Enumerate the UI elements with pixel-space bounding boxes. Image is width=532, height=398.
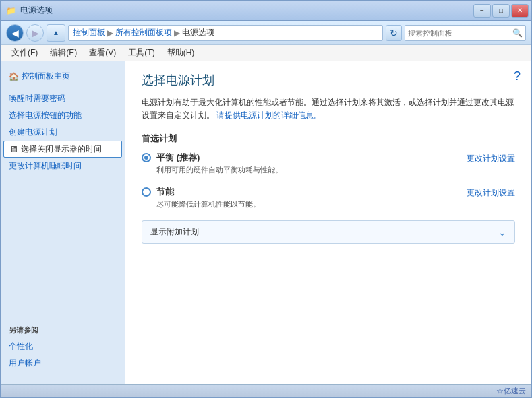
menu-edit[interactable]: 编辑(E)	[45, 46, 82, 60]
plan-name-0: 平衡 (推荐)	[156, 152, 467, 164]
sidebar-item-powerbutton-label: 选择电源按钮的功能	[9, 110, 82, 121]
plan-radio-1[interactable]	[142, 187, 151, 197]
sidebar-item-display-label: 选择关闭显示器的时间	[21, 143, 102, 155]
plan-desc-1: 尽可能降低计算机性能以节能。	[156, 199, 467, 209]
menu-file[interactable]: 文件(F)	[6, 46, 43, 60]
sidebar-divider	[9, 317, 117, 317]
up-button[interactable]: ▲	[47, 24, 65, 42]
sidebar-main-section: 🏠 控制面板主页 唤醒时需要密码 选择电源按钮的功能 创建电源计划 🖥 选择关闭…	[1, 68, 125, 174]
plan-radio-0[interactable]	[142, 153, 151, 162]
content-description: 电源计划有助于最大化计算机的性能或者节能。通过选择计划来将其激活，或选择计划并通…	[142, 96, 515, 122]
main-window: 📁 电源选项 − □ ✕ ◀ ▶ ▲ 控制面板 ▶ 所有控制面板项 ▶ 电源选项…	[0, 0, 532, 398]
sidebar-item-createplan-label: 创建电源计划	[9, 127, 57, 138]
content-title: 选择电源计划	[142, 72, 515, 88]
search-icon[interactable]: 🔍	[512, 28, 523, 38]
additional-plans-label: 显示附加计划	[150, 226, 199, 238]
window-title: 电源选项	[20, 5, 53, 16]
sidebar-item-createplan[interactable]: 创建电源计划	[1, 124, 125, 141]
plan-name-1: 节能	[156, 186, 467, 198]
bottom-bar: ☆亿速云	[1, 384, 531, 397]
breadcrumb: 控制面板 ▶ 所有控制面板项 ▶ 电源选项	[68, 25, 383, 41]
plan-section-title: 首选计划	[142, 133, 515, 145]
breadcrumb-item-2: 电源选项	[182, 27, 214, 38]
minimize-button[interactable]: −	[473, 4, 491, 18]
additional-plans-toggle[interactable]: 显示附加计划 ⌄	[142, 220, 515, 244]
sidebar-item-sleep[interactable]: 更改计算机睡眠时间	[1, 158, 125, 174]
breadcrumb-item-1[interactable]: 所有控制面板项	[115, 27, 172, 38]
plan-item-1: 节能 尽可能降低计算机性能以节能。 更改计划设置	[142, 186, 515, 209]
radio-dot-0	[144, 156, 148, 160]
refresh-button[interactable]: ↻	[386, 25, 402, 41]
main-area: 🏠 控制面板主页 唤醒时需要密码 选择电源按钮的功能 创建电源计划 🖥 选择关闭…	[1, 61, 531, 384]
address-bar: ◀ ▶ ▲ 控制面板 ▶ 所有控制面板项 ▶ 电源选项 ↻ 🔍	[1, 21, 531, 45]
search-input[interactable]	[408, 29, 512, 37]
title-bar-left: 📁 电源选项	[6, 5, 53, 16]
sidebar-item-home[interactable]: 🏠 控制面板主页	[1, 68, 125, 85]
sidebar-item-personalize-label: 个性化	[9, 341, 33, 352]
sidebar-item-display[interactable]: 🖥 选择关闭显示器的时间	[3, 141, 122, 158]
sidebar: 🏠 控制面板主页 唤醒时需要密码 选择电源按钮的功能 创建电源计划 🖥 选择关闭…	[1, 61, 125, 384]
sidebar-item-useraccount-label: 用户帐户	[9, 358, 41, 369]
watermark-text: ☆亿速云	[496, 386, 526, 396]
menu-tools[interactable]: 工具(T)	[123, 46, 160, 60]
menu-help[interactable]: 帮助(H)	[162, 46, 200, 60]
search-bar: 🔍	[405, 25, 526, 41]
sidebar-item-wakeup[interactable]: 唤醒时需要密码	[1, 90, 125, 107]
sidebar-item-powerbutton[interactable]: 选择电源按钮的功能	[1, 107, 125, 124]
plan-item-0: 平衡 (推荐) 利用可用的硬件自动平衡功耗与性能。 更改计划设置	[142, 152, 515, 175]
sidebar-item-home-label: 控制面板主页	[22, 71, 70, 82]
plan-change-0[interactable]: 更改计划设置	[467, 152, 515, 164]
title-bar: 📁 电源选项 − □ ✕	[1, 1, 531, 21]
maximize-button[interactable]: □	[492, 4, 510, 18]
back-button[interactable]: ◀	[6, 24, 24, 42]
menu-view[interactable]: 查看(V)	[84, 46, 121, 60]
close-button[interactable]: ✕	[511, 4, 529, 18]
sidebar-item-useraccount[interactable]: 用户帐户	[1, 355, 125, 372]
sidebar-see-also-title: 另请参阅	[1, 323, 125, 338]
sidebar-item-personalize[interactable]: 个性化	[1, 338, 125, 355]
plan-desc-0: 利用可用的硬件自动平衡功耗与性能。	[156, 165, 467, 175]
sidebar-item-sleep-label: 更改计算机睡眠时间	[9, 160, 82, 172]
chevron-down-icon: ⌄	[498, 227, 506, 238]
folder-icon: 📁	[6, 6, 16, 15]
content-desc-link[interactable]: 请提供电源计划的详细信息。	[216, 110, 322, 120]
breadcrumb-sep-0: ▶	[107, 28, 113, 38]
breadcrumb-sep-1: ▶	[174, 28, 180, 38]
plan-info-1: 节能 尽可能降低计算机性能以节能。	[156, 186, 467, 209]
content-desc-text: 电源计划有助于最大化计算机的性能或者节能。通过选择计划来将其激活，或选择计划并通…	[142, 98, 514, 120]
menu-bar: 文件(F) 编辑(E) 查看(V) 工具(T) 帮助(H)	[1, 45, 531, 61]
help-icon[interactable]: ?	[514, 69, 521, 84]
content-area: ? 选择电源计划 电源计划有助于最大化计算机的性能或者节能。通过选择计划来将其激…	[125, 61, 531, 384]
sidebar-see-also-section: 另请参阅 个性化 用户帐户	[1, 311, 125, 372]
title-bar-controls: − □ ✕	[473, 4, 529, 18]
monitor-icon: 🖥	[9, 144, 18, 154]
home-icon: 🏠	[9, 72, 19, 81]
breadcrumb-item-0[interactable]: 控制面板	[73, 27, 105, 38]
sidebar-item-wakeup-label: 唤醒时需要密码	[9, 93, 65, 104]
plan-info-0: 平衡 (推荐) 利用可用的硬件自动平衡功耗与性能。	[156, 152, 467, 175]
forward-button[interactable]: ▶	[26, 24, 44, 42]
plan-change-1[interactable]: 更改计划设置	[467, 186, 515, 199]
